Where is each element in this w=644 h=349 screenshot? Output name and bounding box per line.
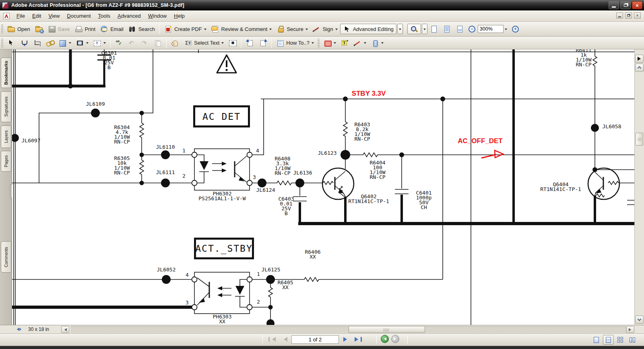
text-field-tool[interactable]	[91, 39, 108, 47]
toolbar-grip[interactable]	[318, 39, 320, 47]
menu-file[interactable]: File	[13, 12, 29, 20]
horizontal-scroll-thumb[interactable]	[349, 326, 425, 333]
zoom-level-dropdown[interactable]	[505, 29, 507, 31]
how-to-button[interactable]: How To..?	[274, 39, 316, 47]
sidebar-tab-comments[interactable]: Comments	[1, 241, 11, 273]
previous-view-button[interactable]	[381, 335, 389, 343]
save-button[interactable]: Save	[45, 25, 72, 33]
sidebar-tab-layers[interactable]: Layers	[1, 125, 11, 148]
search-button[interactable]: Search	[126, 25, 157, 33]
review-comment-button[interactable]: Review & Comment	[209, 25, 275, 33]
highlight-text-tool[interactable]	[339, 39, 351, 47]
email-button[interactable]: Email	[98, 25, 126, 33]
chevron-down-icon[interactable]	[103, 42, 106, 45]
expand-pane-button[interactable]	[635, 55, 644, 63]
advanced-editing-dropdown[interactable]	[397, 24, 403, 34]
doc-close-button[interactable]: ×	[634, 12, 641, 18]
link-tool[interactable]	[43, 39, 56, 47]
redo-button[interactable]	[138, 39, 151, 47]
left-arrow-icon	[382, 337, 386, 341]
open-web-page-button[interactable]	[33, 25, 45, 33]
doc-restore-button[interactable]	[625, 12, 632, 18]
spell-check-button[interactable]	[113, 39, 126, 47]
horizontal-scrollbar[interactable]	[71, 326, 626, 333]
previous-view-page-button[interactable]	[244, 39, 256, 47]
chevron-down-icon[interactable]	[204, 29, 206, 31]
previous-page-button[interactable]	[279, 335, 289, 344]
chevron-down-icon[interactable]	[305, 29, 308, 31]
snapshot-tool[interactable]	[226, 39, 239, 47]
continuous-view-button[interactable]	[603, 335, 613, 345]
page-indicator-input[interactable]	[291, 335, 339, 344]
scroll-right-button[interactable]	[626, 326, 634, 333]
minimize-button[interactable]	[609, 1, 619, 9]
create-pdf-button[interactable]: Create PDF	[162, 25, 209, 33]
secure-button[interactable]: Secure	[274, 25, 310, 33]
zoom-out-button[interactable]: −	[466, 25, 478, 33]
first-page-button[interactable]	[267, 335, 277, 344]
chevron-down-icon[interactable]	[364, 42, 366, 45]
article-tool[interactable]	[56, 39, 74, 47]
zoom-level-input[interactable]	[478, 25, 504, 33]
scroll-left-button[interactable]	[61, 326, 69, 333]
facing-view-button[interactable]	[627, 335, 638, 345]
close-button[interactable]: ×	[632, 1, 642, 9]
sidebar-tab-signatures[interactable]: Signatures	[1, 91, 11, 122]
chevron-down-icon[interactable]	[335, 29, 338, 31]
scroll-tool[interactable]	[18, 39, 31, 47]
chevron-down-icon[interactable]	[312, 42, 314, 45]
movie-tool[interactable]	[74, 39, 91, 47]
chevron-down-icon[interactable]	[381, 42, 384, 45]
menu-edit[interactable]: Edit	[29, 12, 45, 20]
next-view-page-button[interactable]	[256, 39, 269, 47]
actual-size-button[interactable]	[427, 25, 440, 33]
menu-tools[interactable]: Tools	[95, 12, 114, 20]
continuous-facing-view-button[interactable]	[615, 335, 625, 345]
sidebar-tab-pages[interactable]: Pages	[1, 151, 11, 172]
menu-window[interactable]: Window	[144, 12, 170, 20]
doc-minimize-button[interactable]	[616, 12, 623, 18]
next-view-button[interactable]	[391, 335, 399, 343]
advanced-editing-button[interactable]: Advanced Editing	[340, 24, 396, 34]
print-button[interactable]: Print	[72, 25, 98, 33]
pencil-tool[interactable]	[351, 39, 369, 47]
rectangle-markup-tool[interactable]	[321, 39, 339, 47]
crop-tool[interactable]	[31, 39, 43, 47]
scroll-up-button[interactable]	[635, 64, 644, 72]
attach-file-tool[interactable]	[369, 39, 386, 47]
sidebar-tab-bookmarks[interactable]: Bookmarks	[1, 57, 11, 88]
fit-width-button[interactable]	[453, 25, 466, 33]
document-canvas[interactable]: C6301 0.01 25V BJL6109JL6097R6304 4.7k 1…	[12, 49, 634, 325]
menu-advanced[interactable]: Advanced	[114, 12, 144, 20]
menu-help[interactable]: Help	[170, 12, 188, 20]
sign-button[interactable]: Sign	[310, 25, 340, 33]
chevron-down-icon[interactable]	[221, 42, 224, 45]
snapshot-camera-icon	[229, 39, 237, 47]
zoom-in-tool-button[interactable]	[407, 24, 421, 34]
toolbar-grip[interactable]	[1, 25, 3, 33]
open-button[interactable]: Open	[5, 25, 33, 33]
chevron-down-icon[interactable]	[69, 42, 71, 45]
select-text-tool[interactable]: Select Text	[182, 39, 226, 47]
menu-view[interactable]: View	[45, 12, 63, 20]
copy-button[interactable]	[151, 39, 164, 47]
hand-tool[interactable]	[169, 39, 182, 47]
fit-page-button[interactable]	[440, 25, 453, 33]
next-page-button[interactable]	[341, 335, 351, 344]
vertical-scroll-thumb[interactable]	[636, 133, 643, 146]
toolbar-grip[interactable]	[1, 39, 3, 47]
zoom-tool-dropdown[interactable]	[422, 24, 427, 34]
last-page-button[interactable]	[353, 335, 363, 344]
chevron-down-icon[interactable]	[334, 42, 336, 45]
zoom-in-button[interactable]: +	[510, 25, 521, 33]
pan-diamond-icon[interactable]	[15, 326, 23, 332]
undo-button[interactable]	[126, 39, 138, 47]
scroll-down-button[interactable]	[635, 316, 644, 324]
menu-document[interactable]: Document	[63, 12, 94, 20]
vertical-scrollbar[interactable]	[634, 49, 644, 325]
restore-button[interactable]	[620, 1, 631, 9]
chevron-down-icon[interactable]	[269, 29, 272, 31]
chevron-down-icon[interactable]	[86, 42, 89, 45]
single-page-view-button[interactable]	[591, 335, 601, 345]
select-object-tool[interactable]	[5, 39, 18, 47]
